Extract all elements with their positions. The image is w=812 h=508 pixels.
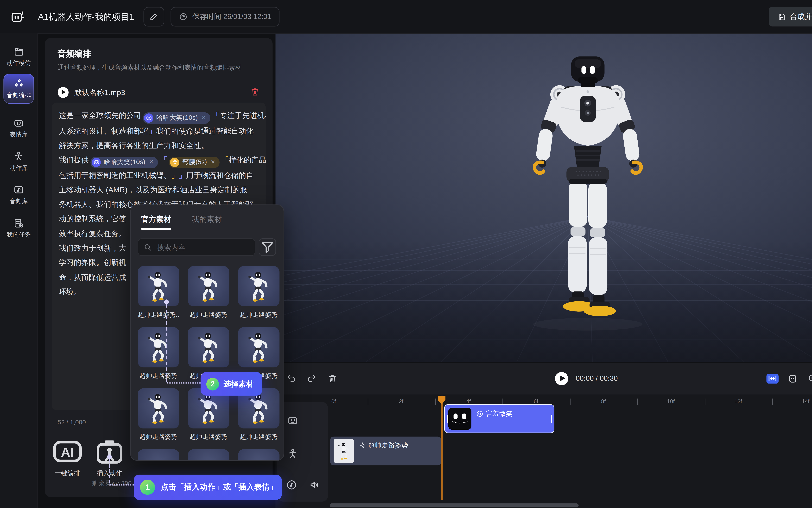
search-input[interactable] <box>156 239 251 256</box>
action-clip-label: 超帅走路姿势 <box>368 441 408 450</box>
robot-face-icon <box>13 117 24 128</box>
asset-item[interactable]: 超帅走路姿势 <box>238 266 280 319</box>
robot-face-icon <box>92 158 101 167</box>
asset-thumbnail <box>138 449 179 461</box>
horizontal-scrollbar[interactable] <box>330 503 579 507</box>
one-click-arrange-button[interactable]: AI 一键编排 <box>50 434 85 477</box>
save-time-text: 保存时间 26/01/03 12:01 <box>193 12 271 22</box>
segment-bracket: 「 <box>160 156 167 164</box>
asset-item[interactable]: 超帅走路姿势 <box>238 388 280 441</box>
sidebar-label: 我的任务 <box>7 230 31 239</box>
app-window: Z Y X 00:00 / 00:30 0f2f4f6f8f10f12f14f1… <box>0 0 812 508</box>
editor-line: 这是一家全球领先的公司哈哈大笑(10s)×「专注于先进机器 <box>59 108 259 124</box>
undo-button[interactable] <box>286 374 296 383</box>
asset-item[interactable]: 超帅走路姿势 <box>188 266 229 319</box>
asset-item[interactable]: 超帅走路姿势 <box>138 388 179 441</box>
remove-tag-icon[interactable]: × <box>150 155 154 169</box>
asset-label: 超帅走路姿势 <box>238 310 280 319</box>
synthesize-save-label: 合成并保存 <box>790 11 812 22</box>
play-button[interactable] <box>555 372 568 385</box>
fit-timeline-button[interactable] <box>767 374 779 383</box>
project-title: A1机器人动作-我的项目1 <box>38 0 134 34</box>
sidebar-item-motion-mimic[interactable]: 动作模仿 <box>3 41 34 72</box>
ruler-tick <box>570 398 570 405</box>
tab-my-assets[interactable]: 我的素材 <box>192 214 222 225</box>
ruler-label: 6f <box>529 398 543 404</box>
tab-official-assets[interactable]: 官方素材 <box>141 214 171 225</box>
sidebar-label: 表情库 <box>10 130 28 139</box>
editor-text: 我们提供 <box>59 156 89 164</box>
sidebar-item-audio-arrange[interactable]: 音频编排 <box>3 74 34 104</box>
robot-face-icon <box>144 113 153 122</box>
action-tag[interactable]: 弯腰(5s)× <box>169 157 219 168</box>
connector-dot <box>164 299 169 304</box>
connector-line <box>167 382 201 383</box>
volume-icon[interactable] <box>309 479 320 491</box>
audio-track-icon[interactable] <box>286 479 297 491</box>
funnel-icon <box>259 239 276 255</box>
expression-clip[interactable]: 害羞微笑 <box>444 404 555 433</box>
sidebar-label: 音频编排 <box>7 91 31 99</box>
asset-item[interactable]: 超帅走路姿势 <box>138 327 179 380</box>
asset-item[interactable] <box>138 449 179 461</box>
segment-bracket: 「 <box>221 156 229 164</box>
3d-viewport[interactable]: Z Y X <box>276 34 812 362</box>
clip-left-handle[interactable] <box>447 415 448 423</box>
ruler-label: 12f <box>731 398 745 404</box>
asset-item[interactable] <box>188 449 229 461</box>
remove-tag-icon[interactable]: × <box>211 155 215 169</box>
expression-tag[interactable]: 哈哈大笑(10s)× <box>90 157 158 168</box>
expression-tag[interactable]: 哈哈大笑(10s)× <box>143 112 210 124</box>
app-logo-icon <box>10 10 26 24</box>
sidebar-item-expression-lib[interactable]: 表情库 <box>3 113 34 143</box>
playhead-handle[interactable] <box>438 396 445 404</box>
editor-text: 主移动机器人 (AMR)，以及为医疗和酒店业量身定制的服 <box>59 185 247 194</box>
segment-bracket: 」 <box>149 126 156 135</box>
sidebar-item-my-tasks[interactable]: 我的任务 <box>3 213 34 243</box>
action-track-icon[interactable] <box>287 448 298 460</box>
sidebar-item-audio-lib[interactable]: 音频库 <box>3 180 34 210</box>
asset-item[interactable]: 超帅走路姿势 <box>188 388 229 441</box>
zoom-out-icon[interactable] <box>807 373 812 384</box>
asset-item[interactable]: 超帅走路姿势... <box>138 266 179 319</box>
editor-text: 样化的产品组合， <box>229 156 266 164</box>
sidebar-item-action-lib[interactable]: 动作库 <box>3 146 34 176</box>
editor-text: 解决方案，提高各行各业的生产力和安全性。 <box>59 141 209 150</box>
tag-label: 哈哈大笑(10s) <box>156 111 198 125</box>
asset-search-box[interactable] <box>138 239 255 256</box>
delete-audio-icon[interactable] <box>250 87 260 97</box>
action-clip[interactable]: 超帅走路姿势 <box>330 436 441 465</box>
editor-line: 主移动机器人 (AMR)，以及为医疗和酒店业量身定制的服 <box>59 182 259 197</box>
save-status-icon <box>179 12 188 22</box>
delete-clip-button[interactable] <box>327 374 337 383</box>
editor-line: 我们提供哈哈大笑(10s)×「弯腰(5s)×「样化的产品组合， <box>59 153 259 168</box>
track-header <box>277 402 328 502</box>
filter-button[interactable] <box>259 239 276 256</box>
remove-tag-icon[interactable]: × <box>202 111 206 125</box>
clip-resize-button[interactable] <box>787 373 798 384</box>
clip-right-handle[interactable] <box>551 415 552 423</box>
pencil-icon <box>149 12 159 22</box>
timeline: 0f2f4f6f8f10f12f14f16f 害羞微笑 超帅走路姿势 <box>276 394 812 508</box>
connector-dot <box>107 455 112 459</box>
expression-track-icon[interactable] <box>287 415 298 426</box>
audio-play-button[interactable] <box>58 87 69 98</box>
asset-thumbnail <box>238 266 280 306</box>
playhead[interactable] <box>441 396 443 500</box>
rename-project-button[interactable] <box>144 7 164 27</box>
synthesize-save-button[interactable]: 合成并保存 <box>769 7 812 27</box>
asset-label: 超帅走路姿势 <box>138 432 179 441</box>
asset-item[interactable] <box>238 449 280 461</box>
action-thumbnail <box>334 439 354 463</box>
ruler-tick <box>772 398 773 405</box>
editor-text: 效率执行复杂任务。 <box>59 229 126 238</box>
sidebar-label: 动作模仿 <box>7 59 31 67</box>
asset-thumbnail <box>238 327 280 368</box>
top-bar: A1机器人动作-我的项目1 保存时间 26/01/03 12:01 合成并保存 … <box>0 0 812 34</box>
asset-picker-popup: 官方素材 我的素材 超帅走路姿势...超帅走路姿势超帅走路姿势超帅走路姿势超帅走… <box>130 205 284 461</box>
editor-text: 我们致力于创新，大 <box>59 244 126 252</box>
time-display: 00:00 / 00:30 <box>576 374 618 383</box>
editor-text: 动的控制系统，它使 <box>59 215 126 223</box>
ruler-label: 2f <box>394 398 408 404</box>
redo-button[interactable] <box>307 374 316 383</box>
